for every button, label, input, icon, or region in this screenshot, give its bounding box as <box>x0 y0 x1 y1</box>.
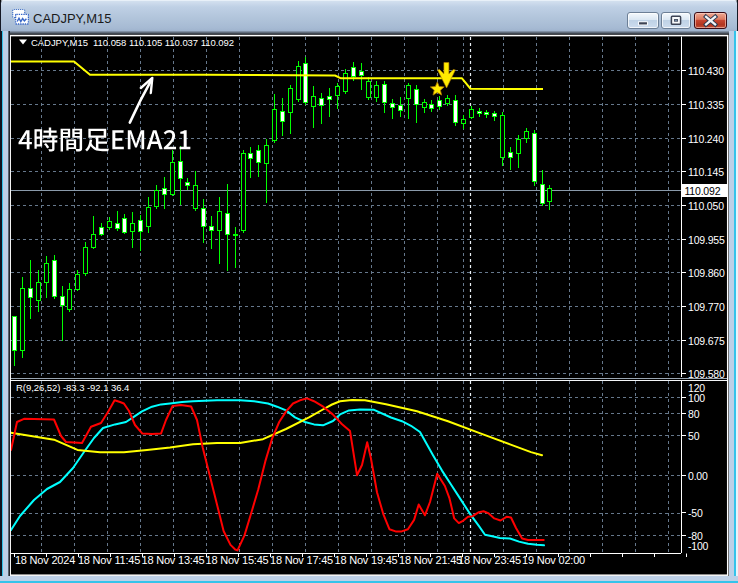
svg-text:109.675: 109.675 <box>688 335 725 347</box>
svg-text:18 Nov 11:45: 18 Nov 11:45 <box>78 554 140 566</box>
svg-text:80: 80 <box>688 408 700 420</box>
svg-text:109.860: 109.860 <box>688 267 725 279</box>
svg-text:110.240: 110.240 <box>688 133 724 145</box>
svg-text:109.955: 109.955 <box>688 234 725 246</box>
svg-text:50: 50 <box>688 430 700 442</box>
svg-text:109.770: 109.770 <box>688 301 725 313</box>
svg-text:18 Nov 23:45: 18 Nov 23:45 <box>458 554 521 566</box>
svg-text:110.050: 110.050 <box>688 200 724 212</box>
svg-text:18 Nov 17:45: 18 Nov 17:45 <box>270 554 333 566</box>
svg-text:18 Nov 15:45: 18 Nov 15:45 <box>205 554 268 566</box>
svg-text:18 Nov 13:45: 18 Nov 13:45 <box>141 554 204 566</box>
svg-text:110.092: 110.092 <box>685 185 721 197</box>
svg-text:110.430: 110.430 <box>688 65 724 77</box>
svg-text:100: 100 <box>688 392 705 404</box>
svg-text:109.580: 109.580 <box>688 368 725 380</box>
svg-text:-50: -50 <box>688 507 703 519</box>
svg-text:0.00: 0.00 <box>688 470 708 482</box>
svg-text:CADJPY,M15 110.058 110.105 11: CADJPY,M15 110.058 110.105 110.037 110.0… <box>31 37 234 48</box>
svg-text:-100: -100 <box>688 540 709 552</box>
svg-text:19 Nov 02:00: 19 Nov 02:00 <box>522 554 585 566</box>
svg-text:110.335: 110.335 <box>688 99 724 111</box>
svg-text:R(9,26,52) -83.3 -92.1 36.4: R(9,26,52) -83.3 -92.1 36.4 <box>16 382 129 393</box>
svg-text:110.145: 110.145 <box>688 166 724 178</box>
svg-text:18 Nov 2024: 18 Nov 2024 <box>15 554 75 566</box>
